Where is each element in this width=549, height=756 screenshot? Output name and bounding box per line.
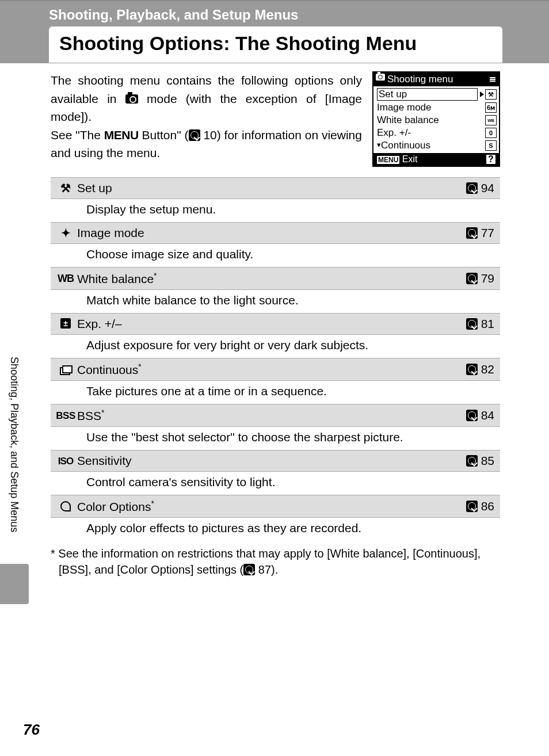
help-icon: ? xyxy=(486,155,495,164)
reference-icon xyxy=(466,410,478,421)
continuous-icon xyxy=(54,364,77,376)
lcd-exit-label: Exit xyxy=(402,154,418,164)
intro-p2a: See "The xyxy=(51,128,104,142)
option-desc: Use the "best shot selector" to choose t… xyxy=(51,427,500,450)
option-page: 81 xyxy=(463,317,494,331)
lcd-label: White balance xyxy=(377,114,485,126)
lcd-footer: MENU Exit ? xyxy=(373,153,499,166)
exposure-icon xyxy=(54,318,77,330)
option-desc: Match white balance to the light source. xyxy=(51,290,500,313)
reference-icon xyxy=(466,182,478,194)
iso-icon: ISO xyxy=(54,455,77,467)
header-band: Shooting, Playback, and Setup Menus Shoo… xyxy=(0,0,549,63)
setup-icon: ⚒ xyxy=(54,181,77,195)
footnote-mark: * xyxy=(51,547,55,560)
options-table: ⚒ Set up 94 Display the setup menu. ✦ Im… xyxy=(51,177,500,541)
reference-icon xyxy=(466,364,478,375)
menu-word: MENU xyxy=(104,128,139,142)
chevron-right-icon xyxy=(480,91,484,97)
option-page: 85 xyxy=(463,454,494,468)
white-balance-icon: WB xyxy=(54,273,77,285)
side-tab-stub xyxy=(0,564,29,604)
option-title: Sensitivity xyxy=(77,454,463,468)
menu-bars-icon xyxy=(490,77,495,82)
option-page: 79 xyxy=(463,272,494,285)
option-white-balance: WB White balance* 79 xyxy=(51,267,500,290)
footnote-ref: 87 xyxy=(258,563,271,576)
lcd-item-continuous: ▾Continuous S xyxy=(377,139,497,152)
content-area: The shooting menu contains the following… xyxy=(0,63,549,541)
option-setup: ⚒ Set up 94 xyxy=(51,177,500,199)
lcd-title-bar: Shooting menu xyxy=(373,72,499,86)
lcd-item-image-mode: Image mode 6ᴍ xyxy=(377,101,497,114)
footnote: * See the information on restrictions th… xyxy=(8,541,549,578)
lcd-item-exp: Exp. +/- 0 xyxy=(377,127,497,139)
option-exposure: Exp. +/– 81 xyxy=(51,313,500,335)
footnote-text-b: ). xyxy=(271,563,278,576)
option-page: 77 xyxy=(463,226,494,240)
lcd-badge: S xyxy=(485,140,497,151)
reference-icon xyxy=(466,501,478,512)
option-desc: Apply color effects to pictures as they … xyxy=(51,518,500,541)
camera-icon xyxy=(376,74,385,81)
lcd-item-white-balance: White balance WB xyxy=(377,114,497,127)
option-title: BSS* xyxy=(77,408,463,423)
option-title: Image mode xyxy=(77,226,463,240)
page-title: Shooting Options: The Shooting Menu xyxy=(59,32,492,55)
down-arrow-icon: ▾ xyxy=(377,140,381,149)
option-title: Color Options* xyxy=(77,499,463,514)
reference-icon xyxy=(243,564,255,575)
option-page: 86 xyxy=(463,499,494,513)
menu-box-icon: MENU xyxy=(377,156,399,164)
option-desc: Take pictures one at a time or in a sequ… xyxy=(51,381,500,404)
lcd-label: Set up xyxy=(377,88,478,101)
lcd-item-setup: Set up ⚒ xyxy=(377,87,497,101)
reference-icon xyxy=(466,227,478,239)
option-desc: Choose image size and quality. xyxy=(51,244,500,267)
color-options-icon xyxy=(54,501,77,513)
side-tab-label: Shooting, Playback, and Setup Menus xyxy=(8,357,20,532)
option-page: 94 xyxy=(463,181,494,195)
reference-icon xyxy=(189,129,200,141)
page-number: 76 xyxy=(23,721,40,739)
option-title: Set up xyxy=(77,181,463,195)
reference-icon xyxy=(466,318,478,330)
option-title: Continuous* xyxy=(77,362,463,377)
chapter-heading: Shooting, Playback, and Setup Menus xyxy=(49,7,549,23)
option-image-mode: ✦ Image mode 77 xyxy=(51,222,500,244)
lcd-badge: 6ᴍ xyxy=(485,102,497,113)
reference-icon xyxy=(466,273,478,284)
title-box: Shooting Options: The Shooting Menu xyxy=(49,26,502,63)
option-color-options: Color Options* 86 xyxy=(51,495,500,518)
lcd-label: Image mode xyxy=(377,102,485,113)
reference-icon xyxy=(466,455,478,467)
lcd-badge: WB xyxy=(485,115,497,125)
option-title: Exp. +/– xyxy=(77,317,463,331)
option-page: 82 xyxy=(463,362,494,376)
intro-p2b: Button" ( xyxy=(139,128,189,142)
option-page: 84 xyxy=(463,408,494,422)
lcd-title-text: Shooting menu xyxy=(387,74,453,85)
option-bss: BSS BSS* 84 xyxy=(51,404,500,427)
image-mode-icon: ✦ xyxy=(54,226,77,240)
bss-icon: BSS xyxy=(54,410,77,422)
option-desc: Control camera's sensitivity to light. xyxy=(51,472,500,495)
lcd-badge: 0 xyxy=(485,128,497,138)
option-sensitivity: ISO Sensitivity 85 xyxy=(51,450,500,472)
lcd-body: Set up ⚒ Image mode 6ᴍ White balance WB … xyxy=(373,86,499,153)
lcd-label: ▾Continuous xyxy=(377,140,485,151)
intro-text: The shooting menu contains the following… xyxy=(51,71,362,167)
lcd-badge: ⚒ xyxy=(485,89,497,100)
lcd-label: Exp. +/- xyxy=(377,127,485,139)
option-continuous: Continuous* 82 xyxy=(51,358,500,381)
option-title: White balance* xyxy=(77,271,463,286)
lcd-preview: Shooting menu Set up ⚒ Image mode 6ᴍ Whi… xyxy=(372,71,500,167)
intro-p2ref: 10 xyxy=(203,128,216,142)
camera-icon xyxy=(125,94,138,104)
option-desc: Adjust exposure for very bright or very … xyxy=(51,335,500,358)
option-desc: Display the setup menu. xyxy=(51,199,500,222)
